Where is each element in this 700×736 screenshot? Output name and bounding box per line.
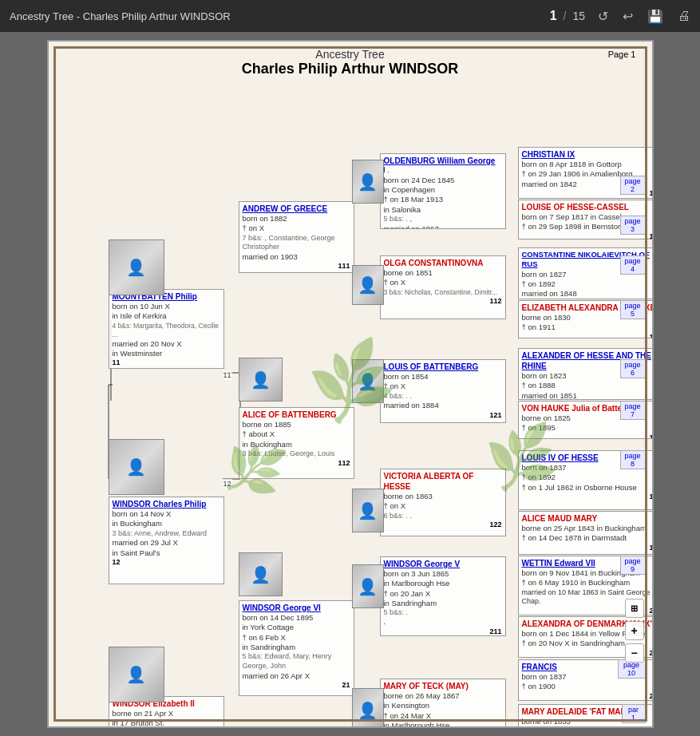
person-mary-teck: MARY OF TECK (MAY) borne on 26 May 1867 … <box>380 679 506 728</box>
page-link-2[interactable]: page2 <box>620 176 646 195</box>
person-oldenburg-william: OLDENBURG William George l . born on 24 … <box>380 153 506 229</box>
photo-windsor-george5: 👤 <box>352 564 384 608</box>
print-icon[interactable]: 🖨 <box>678 9 690 23</box>
photo-placeholder-victoria: 👤 <box>353 489 383 532</box>
person-mountbatten-philip: MOUNTBATTEN Philip born on 10 Jun X in I… <box>109 289 224 369</box>
photo-placeholder-george5: 👤 <box>353 565 383 607</box>
person-windsor-george5: WINDSOR George V born on 3 Jun 1865 in M… <box>380 556 506 636</box>
page-current: 1 <box>550 9 557 23</box>
person-victoria-hesse: VICTORIA ALBERTA OF HESSE borne on 1863 … <box>380 469 506 536</box>
page-info: 1 / 15 <box>550 9 585 23</box>
person-name-alice-maud-mary[interactable]: ALICE MAUD MARY <box>522 513 654 524</box>
num-label-12: 12 <box>223 479 232 489</box>
person-name-olga-const[interactable]: OLGA CONSTANTINOVNA <box>384 258 502 268</box>
photo-windsor-george6: 👤 <box>239 552 283 596</box>
person-windsor-george6: WINDSOR George VI born on 14 Dec 1895 in… <box>239 600 354 696</box>
person-name-louis-battenberg[interactable]: LOUIS OF BATTENBERG <box>384 362 502 372</box>
photo-olga: 👤 <box>352 265 384 305</box>
page-link-6[interactable]: page6 <box>620 359 646 378</box>
main-area: 🌿 🌿 🌿 Ancestry Tree Charles Philip Arthu… <box>0 32 700 736</box>
page-link-3[interactable]: page3 <box>620 216 646 235</box>
num-label-11: 11 <box>223 370 232 380</box>
photo-placeholder-charles: 👤 <box>109 440 164 494</box>
person-louis-battenberg: LOUIS OF BATTENBERG born on 1854 † on X … <box>380 359 506 423</box>
photo-placeholder-george6: 👤 <box>239 553 282 596</box>
toolbar-title: Ancestry Tree - Charles Philip Arthur WI… <box>10 10 537 22</box>
photo-louis-battenberg: 👤 <box>352 359 384 403</box>
person-alice-maud-mary: ALICE MAUD MARY borne on 25 Apr 1843 in … <box>518 511 654 555</box>
photo-windsor-elizabeth: 👤 <box>109 647 164 702</box>
page-link-7[interactable]: page7 <box>620 401 646 420</box>
photo-victoria-hesse: 👤 <box>352 489 384 532</box>
photo-placeholder-olga: 👤 <box>353 266 383 304</box>
page-link-5[interactable]: page5 <box>620 300 646 319</box>
save-icon[interactable]: 💾 <box>647 9 663 24</box>
photo-placeholder-elizabeth: 👤 <box>109 647 164 702</box>
person-name-oldenburg-william[interactable]: OLDENBURG William George <box>384 156 502 166</box>
refresh-icon[interactable]: ↺ <box>598 9 608 24</box>
photo-alice-battenberg: 👤 <box>239 358 283 402</box>
person-windsor-charles: WINDSOR Charles Philip born on 14 Nov X … <box>109 497 224 584</box>
page-link-4[interactable]: page4 <box>620 255 646 275</box>
person-name-windsor-george6[interactable]: WINDSOR George VI <box>243 603 350 613</box>
photo-mountbatten-philip: 👤 <box>109 239 164 295</box>
photo-windsor-charles: 👤 <box>109 439 164 495</box>
zoom-out-button[interactable]: − <box>625 643 644 663</box>
page-link-11[interactable]: par1 <box>622 704 646 723</box>
page-person-name: Charles Philip Arthur WINDSOR <box>49 61 652 77</box>
page-link-8[interactable]: page8 <box>620 450 646 469</box>
person-name-andrew-greece[interactable]: ANDREW OF GREECE <box>243 204 350 214</box>
zoom-in-button[interactable]: + <box>625 621 644 640</box>
photo-placeholder-oldenburg: 👤 <box>353 160 383 203</box>
person-name-christian-ix[interactable]: CHRISTIAN IX <box>522 149 654 160</box>
person-name-victoria-hesse[interactable]: VICTORIA ALBERTA OF HESSE <box>384 471 502 492</box>
person-alice-battenberg: ALICE OF BATTENBERG borne on 1885 † abou… <box>239 407 354 479</box>
toolbar: Ancestry Tree - Charles Philip Arthur WI… <box>0 0 700 32</box>
page-total: 15 <box>572 10 585 22</box>
ancestry-page: 🌿 🌿 🌿 Ancestry Tree Charles Philip Arthu… <box>47 40 654 728</box>
photo-placeholder-alice: 👤 <box>239 358 282 401</box>
photo-placeholder-louis: 👤 <box>353 360 383 402</box>
ancestry-label: Ancestry Tree <box>49 48 652 61</box>
photo-oldenburg-william: 👤 <box>352 160 384 204</box>
zoom-fit-button[interactable]: ⊞ <box>625 599 644 618</box>
person-name-mary-teck[interactable]: MARY OF TECK (MAY) <box>384 681 502 691</box>
undo-icon[interactable]: ↩ <box>623 9 633 24</box>
person-olga-const: OLGA CONSTANTINOVNA borne on 1851 † on X… <box>380 255 506 319</box>
person-name-windsor-george5[interactable]: WINDSOR George V <box>384 559 502 569</box>
page-header: Ancestry Tree Charles Philip Arthur WIND… <box>49 42 652 81</box>
page-number: Page 1 <box>608 49 636 59</box>
toolbar-icons: ↺ ↩ 💾 🖨 <box>598 9 690 24</box>
person-name-louise-hesse-cassel[interactable]: LOUISE OF HESSE-CASSEL <box>522 202 654 212</box>
person-andrew-greece: ANDREW OF GREECE born on 1882 † on X 7 b… <box>239 201 354 273</box>
person-name-alice-battenberg[interactable]: ALICE OF BATTENBERG <box>243 410 350 420</box>
photo-placeholder-philip: 👤 <box>109 240 164 295</box>
person-name-windsor-charles[interactable]: WINDSOR Charles Philip <box>113 499 220 509</box>
zoom-controls: ⊞ + − <box>625 599 644 663</box>
page-link-9[interactable]: page9 <box>620 556 646 575</box>
photo-placeholder-mary: 👤 <box>353 689 383 728</box>
photo-mary-teck: 👤 <box>352 688 384 728</box>
slash: / <box>564 10 567 22</box>
